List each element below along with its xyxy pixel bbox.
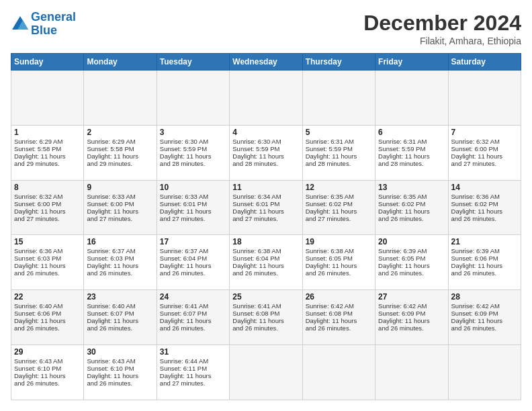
- day-info: Daylight: 11 hours: [451, 152, 518, 160]
- day-info: Sunrise: 6:33 AM: [87, 193, 153, 200]
- day-number: 31: [160, 347, 226, 357]
- calendar-cell: 5Sunrise: 6:31 AMSunset: 5:59 PMDaylight…: [302, 125, 375, 180]
- day-info: Sunset: 6:05 PM: [378, 255, 445, 262]
- day-info: and 28 minutes.: [232, 160, 299, 167]
- day-info: Sunset: 6:06 PM: [451, 255, 518, 262]
- day-number: 14: [451, 183, 518, 192]
- day-info: and 26 minutes.: [451, 215, 518, 222]
- day-info: Daylight: 11 hours: [306, 262, 372, 269]
- day-info: Daylight: 11 hours: [378, 317, 445, 324]
- day-number: 18: [232, 237, 299, 246]
- day-info: Sunrise: 6:31 AM: [378, 138, 445, 145]
- logo-icon: [11, 15, 30, 34]
- calendar-header-row: SundayMondayTuesdayWednesdayThursdayFrid…: [11, 54, 521, 71]
- day-info: and 26 minutes.: [160, 324, 226, 332]
- day-info: Daylight: 11 hours: [160, 262, 226, 269]
- day-number: 30: [87, 347, 153, 357]
- day-info: Sunrise: 6:30 AM: [232, 138, 299, 145]
- day-number: 4: [232, 128, 299, 137]
- day-info: Sunset: 6:01 PM: [232, 200, 299, 208]
- day-info: and 27 minutes.: [160, 379, 226, 387]
- day-info: and 26 minutes.: [378, 324, 445, 332]
- day-info: Sunset: 6:01 PM: [160, 200, 226, 208]
- day-info: Daylight: 11 hours: [87, 208, 153, 215]
- day-info: Sunrise: 6:38 AM: [232, 247, 299, 255]
- day-info: Sunrise: 6:41 AM: [232, 302, 299, 310]
- day-info: Sunrise: 6:35 AM: [306, 193, 372, 200]
- title-block: December 2024 Filakit, Amhara, Ethiopia: [363, 11, 521, 46]
- day-header-sunday: Sunday: [11, 54, 84, 71]
- day-info: Sunrise: 6:41 AM: [160, 302, 226, 310]
- calendar-cell: 27Sunrise: 6:42 AMSunset: 6:09 PMDayligh…: [375, 290, 448, 345]
- day-info: Daylight: 11 hours: [232, 152, 299, 160]
- day-info: Sunrise: 6:37 AM: [87, 247, 153, 255]
- day-info: Sunset: 6:02 PM: [306, 200, 372, 208]
- day-info: Sunset: 6:09 PM: [378, 310, 445, 317]
- day-number: 6: [378, 128, 445, 137]
- calendar-cell: 3Sunrise: 6:30 AMSunset: 5:59 PMDaylight…: [157, 125, 229, 180]
- day-info: Daylight: 11 hours: [306, 208, 372, 215]
- day-number: 21: [451, 237, 518, 246]
- day-info: and 28 minutes.: [378, 160, 445, 167]
- day-info: Sunrise: 6:44 AM: [160, 357, 226, 365]
- day-info: and 26 minutes.: [87, 324, 153, 332]
- day-info: and 26 minutes.: [232, 269, 299, 277]
- calendar-cell: 19Sunrise: 6:38 AMSunset: 6:05 PMDayligh…: [302, 235, 375, 290]
- day-info: Sunrise: 6:35 AM: [378, 193, 445, 200]
- day-info: Daylight: 11 hours: [87, 317, 153, 324]
- calendar-cell: 21Sunrise: 6:39 AMSunset: 6:06 PMDayligh…: [448, 235, 521, 290]
- day-info: Sunset: 6:09 PM: [451, 310, 518, 317]
- day-info: Sunrise: 6:32 AM: [14, 193, 81, 200]
- day-info: and 27 minutes.: [451, 160, 518, 167]
- calendar-cell: 15Sunrise: 6:36 AMSunset: 6:03 PMDayligh…: [11, 235, 84, 290]
- day-info: Daylight: 11 hours: [14, 372, 81, 379]
- day-header-wednesday: Wednesday: [230, 54, 302, 71]
- day-info: and 26 minutes.: [306, 324, 372, 332]
- calendar-cell: 17Sunrise: 6:37 AMSunset: 6:04 PMDayligh…: [157, 235, 229, 290]
- calendar-cell: [230, 345, 302, 400]
- day-info: Daylight: 11 hours: [160, 317, 226, 324]
- day-info: Daylight: 11 hours: [378, 152, 445, 160]
- day-number: 5: [306, 128, 372, 137]
- day-info: Sunrise: 6:36 AM: [451, 193, 518, 200]
- day-info: Daylight: 11 hours: [14, 262, 81, 269]
- calendar-cell: 30Sunrise: 6:43 AMSunset: 6:10 PMDayligh…: [84, 345, 157, 400]
- day-info: Daylight: 11 hours: [87, 262, 153, 269]
- day-info: Daylight: 11 hours: [87, 152, 153, 160]
- day-info: Sunset: 5:58 PM: [14, 145, 81, 152]
- calendar-cell: 13Sunrise: 6:35 AMSunset: 6:02 PMDayligh…: [375, 180, 448, 235]
- day-info: Sunset: 6:08 PM: [306, 310, 372, 317]
- day-info: and 26 minutes.: [306, 269, 372, 277]
- day-header-thursday: Thursday: [302, 54, 375, 71]
- calendar-cell: 11Sunrise: 6:34 AMSunset: 6:01 PMDayligh…: [230, 180, 302, 235]
- day-info: Daylight: 11 hours: [451, 208, 518, 215]
- calendar-cell: [302, 345, 375, 400]
- day-info: Sunset: 6:08 PM: [232, 310, 299, 317]
- day-info: Sunrise: 6:39 AM: [451, 247, 518, 255]
- calendar-cell: 31Sunrise: 6:44 AMSunset: 6:11 PMDayligh…: [157, 345, 229, 400]
- calendar-week-row: 8Sunrise: 6:32 AMSunset: 6:00 PMDaylight…: [11, 180, 521, 235]
- day-header-saturday: Saturday: [448, 54, 521, 71]
- day-number: 23: [87, 292, 153, 302]
- day-number: 17: [160, 237, 226, 246]
- logo-text: General Blue: [31, 11, 76, 38]
- day-info: Sunrise: 6:29 AM: [14, 138, 81, 145]
- day-info: and 27 minutes.: [306, 215, 372, 222]
- day-info: Sunset: 6:02 PM: [451, 200, 518, 208]
- day-info: Sunset: 6:05 PM: [306, 255, 372, 262]
- day-info: Sunrise: 6:36 AM: [14, 247, 81, 255]
- day-info: and 26 minutes.: [378, 215, 445, 222]
- day-info: Daylight: 11 hours: [160, 208, 226, 215]
- day-info: Sunset: 6:02 PM: [378, 200, 445, 208]
- calendar-cell: 28Sunrise: 6:42 AMSunset: 6:09 PMDayligh…: [448, 290, 521, 345]
- logo-line2: Blue: [31, 24, 57, 37]
- day-info: Sunset: 6:00 PM: [451, 145, 518, 152]
- calendar-cell: [448, 345, 521, 400]
- day-info: and 26 minutes.: [378, 269, 445, 277]
- calendar-cell: [230, 71, 302, 126]
- day-info: Daylight: 11 hours: [306, 152, 372, 160]
- calendar-week-row: [11, 71, 521, 126]
- calendar-table: SundayMondayTuesdayWednesdayThursdayFrid…: [11, 53, 521, 400]
- calendar-cell: 22Sunrise: 6:40 AMSunset: 6:06 PMDayligh…: [11, 290, 84, 345]
- day-info: Sunrise: 6:34 AM: [232, 193, 299, 200]
